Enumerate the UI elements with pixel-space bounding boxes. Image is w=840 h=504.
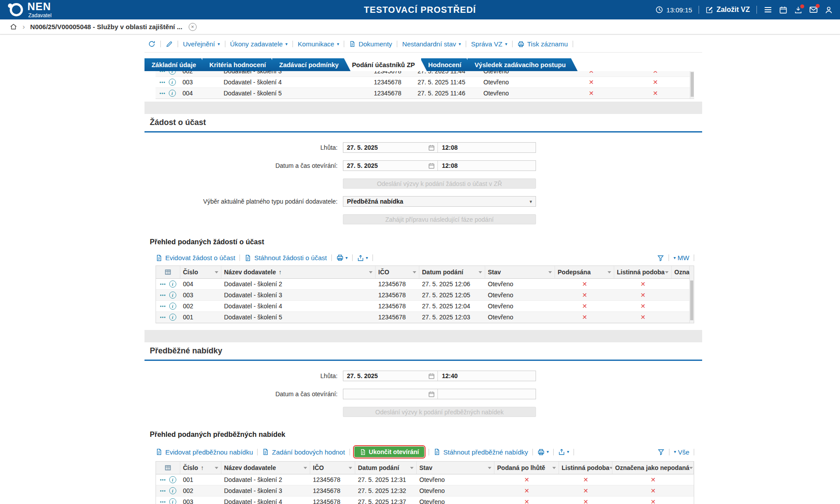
table-row[interactable]: •••i 002 Dodavatel - školení 4 12345678 … [156,301,694,312]
row-menu-icon[interactable]: ••• [160,477,166,482]
col-ico[interactable]: IČO [310,462,355,474]
time-value[interactable]: 12:40 [438,372,536,379]
lhuta-datetime-field[interactable]: 27. 5. 2025 12:40 [343,371,536,381]
info-icon[interactable]: i [169,476,176,483]
filter-caret-icon[interactable] [413,271,416,273]
row-menu-icon[interactable]: ••• [160,304,166,309]
filter-caret-icon[interactable] [665,271,669,273]
submission-type-select[interactable]: Předběžná nabídka ▾ [343,196,536,207]
downloads-icon[interactable] [794,6,802,14]
col-listinna-podoba[interactable]: Listinná podoba [559,462,612,474]
menu-sprava-vz[interactable]: Správa VZ▾ [471,40,507,48]
filter-caret-icon[interactable] [349,467,352,469]
calendar-icon[interactable] [428,163,435,169]
col-oznacena-jako-nepodana[interactable]: Označena jako nepodaná [612,462,694,474]
scrollbar-thumb[interactable] [690,280,693,320]
col-listinna-podoba[interactable]: Listinná podoba [614,266,672,278]
row-menu-icon[interactable]: ••• [160,293,166,298]
menu-icon[interactable] [764,5,772,14]
menu-nestandardni-stav[interactable]: Nestandardní stav▾ [402,40,461,48]
table-row[interactable]: •••i 004 Dodavatel - školení 2 12345678 … [156,279,694,290]
menu-dokumenty[interactable]: Dokumenty [349,40,392,48]
col-stav[interactable]: Stav [485,266,555,278]
row-menu-icon[interactable]: ••• [160,80,166,85]
vertical-scrollbar[interactable] [689,266,694,323]
info-icon[interactable]: i [169,79,176,86]
start-next-phase-button[interactable]: Zahájit přípravu následující fáze podání [343,214,536,224]
col-datum-podani[interactable]: Datum podání [419,266,485,278]
info-icon[interactable]: i [169,280,176,288]
create-vz-button[interactable]: Založit VZ [706,6,750,14]
filter-button[interactable] [657,254,664,261]
col-ico[interactable]: IČO [376,266,419,278]
menu-uverejneni[interactable]: Uveřejnění▾ [183,40,220,48]
calendar-icon[interactable] [428,391,435,398]
tab-podani-ucastniku-zp[interactable]: Podání účastníků ZP [345,58,427,71]
info-icon[interactable]: i [169,71,176,75]
info-icon[interactable]: i [169,292,176,299]
table-row[interactable]: •••i 003 Dodavatel - školení 4 12345678 … [156,77,694,88]
stahnout-zadosti-button[interactable]: Stáhnout žádosti o účast [244,254,327,261]
menu-tisk-zaznamu[interactable]: Tisk záznamu [517,40,568,48]
time-value[interactable]: 12:08 [438,144,536,151]
back-icon[interactable] [148,40,156,48]
filter-caret-icon[interactable] [608,271,611,273]
row-menu-icon[interactable]: ••• [160,315,166,320]
evidovat-zadost-button[interactable]: Evidovat žádost o účast [156,254,235,261]
row-menu-icon[interactable]: ••• [160,71,166,74]
row-menu-icon[interactable]: ••• [160,282,166,287]
filter-caret-icon[interactable] [548,271,552,273]
filter-caret-icon[interactable] [215,467,218,469]
info-icon[interactable]: i [169,90,176,97]
row-menu-icon[interactable]: ••• [160,489,166,493]
calendar-icon[interactable] [428,373,435,379]
calendar-icon[interactable] [428,144,435,151]
table-row[interactable]: •••i 001 Dodavatel - školení 5 12345678 … [156,312,694,323]
col-nazev-dodavatele[interactable]: Název dodavatele [221,462,310,474]
view-selector[interactable]: ▾MW [673,254,689,261]
table-row[interactable]: •••i 002 Dodavatel - školení 3 12345678 … [156,485,694,496]
col-cislo[interactable]: Číslo↑ [180,462,221,474]
table-row[interactable]: •••i 002 Dodavatel - školení 3 12345678 … [156,71,694,77]
view-selector[interactable]: ▾Vše [674,448,689,456]
column-settings-icon[interactable] [156,462,180,474]
export-menu[interactable]: ▾ [357,254,368,261]
filter-button[interactable] [658,448,665,455]
filter-caret-icon[interactable] [479,271,482,273]
row-menu-icon[interactable]: ••• [160,91,166,96]
evidovat-predbeznou-button[interactable]: Evidovat předběžnou nabídku [156,448,253,456]
row-menu-icon[interactable]: ••• [160,500,166,504]
table-row[interactable]: •••i 003 Dodavatel - školení 4 12345678 … [156,496,694,504]
filter-caret-icon[interactable] [488,467,491,469]
vertical-scrollbar[interactable] [690,71,694,99]
opening-datetime-field[interactable] [343,389,536,399]
filter-caret-icon[interactable] [410,467,414,469]
table-row[interactable]: •••i 001 Dodavatel - školení 2 12345678 … [156,474,694,485]
send-prelim-invite-button[interactable]: Odeslání výzvy k podání předběžných nabí… [343,407,536,417]
menu-komunikace[interactable]: Komunikace▾ [298,40,339,48]
col-podepsana[interactable]: Podepsána [555,266,614,278]
tab-hodnoceni[interactable]: Hodnocení [421,58,473,71]
col-cislo[interactable]: Číslo [180,266,221,278]
calendar-icon[interactable] [779,6,787,14]
tab-zadavaci-podminky[interactable]: Zadávací podmínky [272,58,351,71]
filter-caret-icon[interactable] [609,467,612,469]
filter-caret-icon[interactable] [215,271,218,273]
user-icon[interactable] [825,6,833,14]
send-request-invite-button[interactable]: Odeslání výzvy k podání žádosti o účast … [343,178,536,189]
col-datum-podani[interactable]: Datum podání [355,462,417,474]
close-record-icon[interactable]: ✕ [189,23,197,31]
table-row[interactable]: •••i 004 Dodavatel - školení 5 12345678 … [156,88,694,99]
col-stav[interactable]: Stav [417,462,494,474]
date-value[interactable]: 27. 5. 2025 [343,144,428,151]
date-value[interactable]: 27. 5. 2025 [343,372,428,379]
opening-datetime-field[interactable]: 27. 5. 2025 12:08 [343,160,536,171]
scrollbar-thumb[interactable] [691,72,694,97]
home-icon[interactable] [10,23,17,30]
stahnout-predbezne-button[interactable]: Stáhnout předběžné nabídky [433,448,528,456]
date-value[interactable]: 27. 5. 2025 [343,162,428,169]
export-menu[interactable]: ▾ [558,448,569,455]
time-value[interactable]: 12:08 [438,162,536,169]
col-podana-po-lhute[interactable]: Podaná po lhůtě [494,462,559,474]
filter-caret-icon[interactable] [689,467,693,469]
